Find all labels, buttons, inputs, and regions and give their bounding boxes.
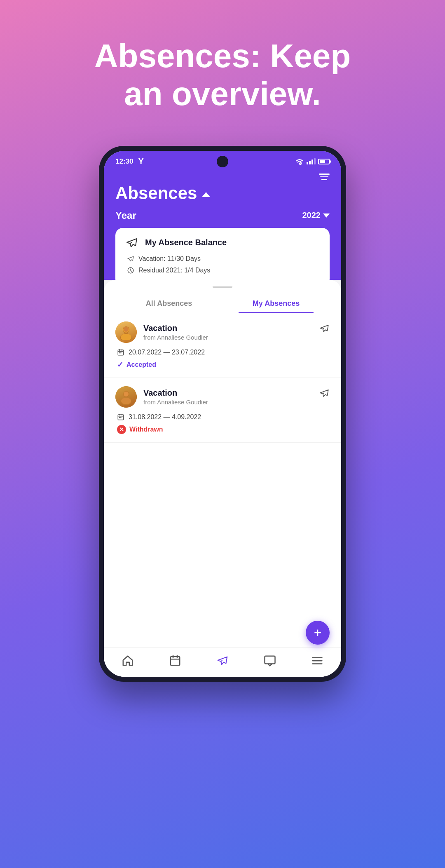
- checkmark-icon-1: ✓: [117, 360, 123, 369]
- x-circle-icon: ✕: [117, 425, 126, 434]
- absence-date-1: 20.07.2022 — 23.07.2022: [129, 349, 205, 356]
- svg-point-4: [121, 333, 131, 340]
- tab-my-absences[interactable]: My Absences: [222, 294, 330, 313]
- balance-title: My Absence Balance: [145, 238, 227, 247]
- plane-nav-icon: [216, 655, 229, 667]
- svg-point-11: [124, 392, 129, 396]
- calendar-icon-1: [117, 349, 124, 356]
- nav-menu[interactable]: [304, 653, 330, 669]
- app-logo: Y: [138, 157, 143, 166]
- wifi-icon: [295, 158, 304, 165]
- status-bar: 12:30 Y: [104, 151, 341, 170]
- bottom-section: All Absences My Absences: [104, 280, 341, 677]
- year-label: Year: [115, 210, 136, 221]
- nav-messages[interactable]: [257, 653, 283, 669]
- bottom-nav: [104, 647, 341, 677]
- balance-plane-icon: [125, 236, 138, 249]
- absence-plane-icon-1: [319, 323, 330, 334]
- svg-rect-15: [120, 417, 121, 418]
- fab-button[interactable]: +: [306, 621, 330, 645]
- fab-plus-icon: +: [314, 626, 322, 639]
- signal-icon: [307, 158, 316, 164]
- balance-plane-icon-sm: [127, 255, 134, 263]
- home-icon: [122, 655, 134, 667]
- absence-type-2: Vacation: [143, 388, 208, 398]
- absences-list: Vacation from Annaliese Goudier: [104, 313, 341, 648]
- calendar-nav-icon: [169, 655, 181, 667]
- year-selector[interactable]: 2022: [302, 211, 330, 220]
- svg-point-12: [121, 398, 131, 404]
- svg-rect-8: [120, 352, 121, 353]
- camera-notch: [217, 156, 228, 167]
- absence-card-2[interactable]: Vacation from Annaliese Goudier: [104, 378, 341, 443]
- nav-home[interactable]: [115, 653, 141, 669]
- residual-balance-text: Residual 2021: 1/4 Days: [138, 267, 210, 274]
- balance-clock-icon: [127, 267, 134, 274]
- nav-calendar[interactable]: [162, 653, 188, 669]
- absence-person-2: from Annaliese Goudier: [143, 399, 208, 406]
- app-title: Absences: [115, 183, 197, 203]
- status-badge-1: Accepted: [126, 361, 156, 368]
- status-badge-2: Withdrawn: [129, 426, 163, 433]
- tab-all-absences[interactable]: All Absences: [115, 294, 222, 313]
- absence-person-1: from Annaliese Goudier: [143, 334, 208, 341]
- year-value-text: 2022: [302, 211, 321, 220]
- headline-text: Absences: Keep an overview.: [94, 37, 351, 113]
- app-header: Absences Year 2022: [104, 170, 341, 280]
- year-chevron-icon: [323, 213, 330, 218]
- nav-absences[interactable]: [210, 653, 235, 669]
- svg-rect-14: [119, 417, 120, 418]
- svg-point-5: [124, 327, 129, 332]
- headline: Absences: Keep an overview.: [61, 37, 384, 113]
- status-time: 12:30: [115, 157, 133, 166]
- menu-icon: [311, 655, 323, 667]
- absence-date-2: 31.08.2022 — 4.09.2022: [129, 413, 201, 421]
- status-icons: [295, 158, 330, 165]
- avatar-1: [115, 321, 137, 343]
- absence-type-1: Vacation: [143, 324, 208, 333]
- vacation-balance-text: Vacation: 11/30 Days: [138, 255, 201, 263]
- absence-plane-icon-2: [319, 388, 330, 399]
- messages-icon: [264, 655, 276, 667]
- absence-balance-card: My Absence Balance Vacation: 11/30 Days: [115, 228, 330, 286]
- svg-rect-16: [171, 657, 180, 665]
- phone-frame: 12:30 Y: [99, 146, 346, 682]
- calendar-icon-2: [117, 413, 124, 421]
- filter-button[interactable]: [319, 174, 330, 180]
- svg-rect-7: [119, 352, 120, 353]
- phone-screen: 12:30 Y: [104, 151, 341, 677]
- svg-rect-17: [265, 656, 275, 664]
- avatar-2: [115, 386, 137, 408]
- collapse-chevron-icon[interactable]: [202, 192, 210, 197]
- tabs-row: All Absences My Absences: [104, 294, 341, 313]
- battery-icon: [318, 159, 330, 164]
- absence-card-1[interactable]: Vacation from Annaliese Goudier: [104, 313, 341, 378]
